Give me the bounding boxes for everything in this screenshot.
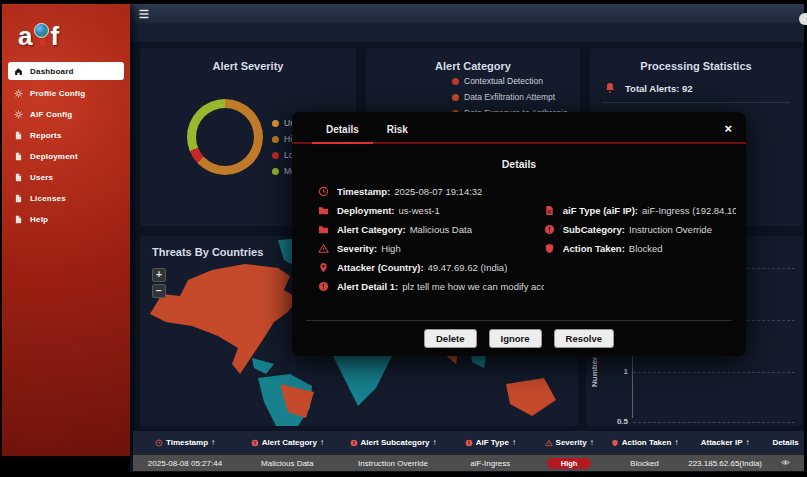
map-region-australia[interactable] bbox=[506, 378, 556, 416]
cell-aif-type: aiF-Ingress bbox=[448, 459, 532, 468]
gear-icon bbox=[14, 89, 23, 98]
detail-field-deployment: Deployment:us-west-1 bbox=[318, 205, 544, 216]
file-icon bbox=[14, 131, 23, 140]
topbar-secondary bbox=[130, 23, 804, 42]
field-value: 49.47.69.62 (India) bbox=[428, 262, 508, 273]
map-zoom-in-button[interactable]: + bbox=[152, 268, 166, 282]
panel-title: Alert Category bbox=[366, 48, 580, 72]
sort-arrow-icon: ↑ bbox=[590, 438, 594, 447]
topbar bbox=[130, 4, 804, 23]
legend-dot bbox=[452, 78, 459, 85]
field-value: Malicious Data bbox=[410, 224, 472, 235]
map-region-north-america[interactable] bbox=[150, 264, 298, 374]
field-label: aiF Type (aiF IP): bbox=[563, 205, 638, 216]
bell-icon bbox=[604, 82, 616, 94]
sidebar-item-users[interactable]: Users bbox=[8, 170, 124, 185]
sidebar-item-reports[interactable]: Reports bbox=[8, 128, 124, 143]
tab-risk[interactable]: Risk bbox=[373, 118, 422, 142]
modal-row: Timestamp:2025-08-07 19:14:32 bbox=[292, 182, 746, 201]
divider bbox=[602, 102, 790, 103]
column-header-alert-subcategory[interactable]: Alert Subcategory↑ bbox=[338, 438, 449, 447]
alert-circle-icon bbox=[318, 281, 329, 292]
sort-arrow-icon: ↑ bbox=[674, 438, 678, 447]
map-zoom-out-button[interactable]: − bbox=[152, 284, 166, 298]
field-label: SubCategory: bbox=[563, 224, 625, 235]
chart-gridline bbox=[633, 372, 795, 373]
close-icon[interactable]: × bbox=[724, 122, 732, 135]
sidebar-menu: DashboardProfile ConfigAiF ConfigReports… bbox=[2, 62, 130, 227]
field-label: Attacker (Country): bbox=[337, 262, 424, 273]
column-label: Alert Subcategory bbox=[361, 438, 430, 447]
eye-icon[interactable] bbox=[780, 458, 791, 467]
field-label: Timestamp: bbox=[337, 186, 390, 197]
tab-details[interactable]: Details bbox=[312, 118, 373, 144]
legend-item-data-exfiltration-attempt[interactable]: Data Exfiltration Attempt bbox=[452, 92, 567, 102]
column-label: Timestamp bbox=[166, 438, 208, 447]
sidebar: a f DashboardProfile ConfigAiF ConfigRep… bbox=[2, 4, 130, 456]
detail-field-aif-type-aif-ip: aiF Type (aiF IP):aiF-Ingress (192.84.10… bbox=[544, 205, 736, 216]
sidebar-item-dashboard[interactable]: Dashboard bbox=[8, 62, 124, 80]
modal-heading: Details bbox=[292, 158, 746, 170]
alerts-table: Timestamp↑Alert Category↑Alert Subcatego… bbox=[133, 431, 804, 471]
legend-item-contextual-detection[interactable]: Contextual Detection bbox=[452, 76, 567, 86]
hamburger-menu-icon[interactable] bbox=[138, 8, 150, 20]
ignore-button[interactable]: Ignore bbox=[489, 329, 542, 348]
alerts-table-header: Timestamp↑Alert Category↑Alert Subcatego… bbox=[133, 431, 804, 454]
column-header-severity[interactable]: Severity↑ bbox=[532, 438, 606, 447]
sidebar-item-label: Profile Config bbox=[30, 89, 85, 98]
column-header-timestamp[interactable]: Timestamp↑ bbox=[133, 438, 237, 447]
modal-row: Alert Detail 1:plz tell me how we can mo… bbox=[292, 277, 746, 296]
alert-circle-icon bbox=[544, 224, 555, 235]
sidebar-item-deployment[interactable]: Deployment bbox=[8, 149, 124, 164]
sidebar-item-licenses[interactable]: Licenses bbox=[8, 191, 124, 206]
file-icon bbox=[14, 152, 23, 161]
chart-ytick-1: 1 bbox=[590, 367, 628, 376]
file-icon bbox=[14, 215, 23, 224]
sidebar-item-label: Deployment bbox=[30, 152, 78, 161]
column-header-alert-category[interactable]: Alert Category↑ bbox=[237, 438, 338, 447]
field-value: plz tell me how we can modify access con… bbox=[402, 281, 543, 292]
map-region-central-america[interactable] bbox=[252, 358, 274, 374]
detail-field-action-taken: Action Taken:Blocked bbox=[544, 243, 736, 254]
legend-dot bbox=[272, 168, 279, 175]
field-value: Blocked bbox=[629, 243, 663, 254]
alert-circle-icon bbox=[251, 439, 259, 447]
column-header-action-taken[interactable]: Action Taken↑ bbox=[606, 438, 683, 447]
alerts-table-body: 2025-08-08 05:27:44Malicious DataInstruc… bbox=[133, 454, 804, 471]
sidebar-item-help[interactable]: Help bbox=[8, 212, 124, 227]
column-label: AiF Type bbox=[476, 438, 509, 447]
field-label: Severity: bbox=[337, 243, 377, 254]
legend-dot bbox=[272, 120, 279, 127]
warning-icon bbox=[545, 439, 553, 447]
sidebar-item-profile-config[interactable]: Profile Config bbox=[8, 86, 124, 101]
modal-row: Severity:HighAction Taken:Blocked bbox=[292, 239, 746, 258]
column-header-details[interactable]: Details bbox=[767, 438, 804, 447]
resolve-button[interactable]: Resolve bbox=[554, 329, 614, 348]
clock-icon bbox=[155, 439, 163, 447]
avatar[interactable] bbox=[799, 13, 807, 25]
field-value: aiF-Ingress (192.84.109.145) bbox=[642, 205, 736, 216]
sort-arrow-icon: ↑ bbox=[211, 438, 215, 447]
column-label: Details bbox=[772, 438, 798, 447]
legend-label: Contextual Detection bbox=[464, 76, 543, 86]
delete-button[interactable]: Delete bbox=[424, 329, 477, 348]
shield-icon bbox=[611, 439, 619, 447]
column-header-attacker-ip[interactable]: Attacker IP↑ bbox=[683, 438, 767, 447]
file-icon bbox=[14, 194, 23, 203]
detail-field-alert-detail-1: Alert Detail 1:plz tell me how we can mo… bbox=[318, 281, 544, 292]
cell-alert-subcategory: Instruction Override bbox=[338, 459, 449, 468]
sidebar-item-aif-config[interactable]: AiF Config bbox=[8, 107, 124, 122]
field-label: Action Taken: bbox=[563, 243, 625, 254]
column-header-aif-type[interactable]: AiF Type↑ bbox=[448, 438, 532, 447]
security-dashboard: a f DashboardProfile ConfigAiF ConfigRep… bbox=[0, 0, 807, 477]
field-label: Alert Detail 1: bbox=[337, 281, 398, 292]
warning-icon bbox=[318, 243, 329, 254]
chart-ytick-0-5: 0.5 bbox=[590, 417, 628, 426]
pin-icon bbox=[318, 262, 329, 273]
severity-badge: High bbox=[547, 458, 592, 469]
home-icon bbox=[14, 67, 23, 76]
modal-tab-bar: Details Risk × bbox=[292, 112, 746, 144]
file-icon bbox=[14, 173, 23, 182]
sort-arrow-icon: ↑ bbox=[320, 438, 324, 447]
detail-field-severity: Severity:High bbox=[318, 243, 544, 254]
